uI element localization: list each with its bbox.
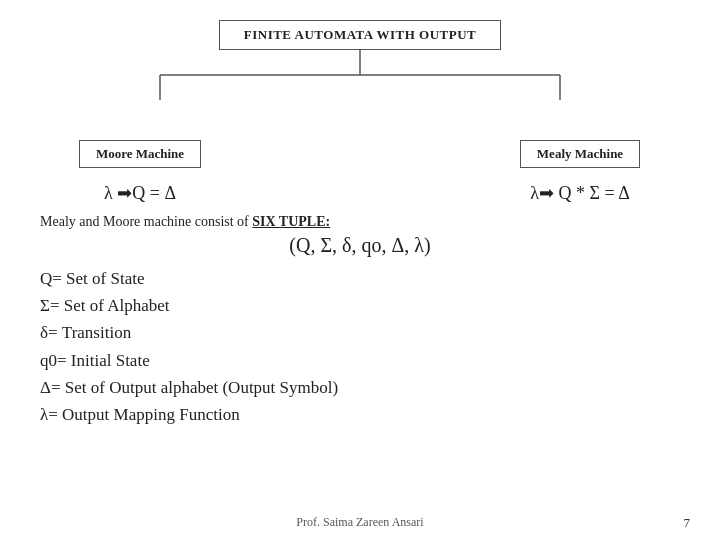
mealy-formula: λ➡ Q * Σ = Δ xyxy=(530,182,629,204)
top-box: FINITE AUTOMATA WITH OUTPUT xyxy=(219,20,502,50)
page: FINITE AUTOMATA WITH OUTPUT Moore Machin… xyxy=(0,0,720,540)
moore-formula: λ ➡Q = Δ xyxy=(104,182,176,204)
footer: Prof. Saima Zareen Ansari 7 xyxy=(0,515,720,530)
intro-underline: SIX TUPLE: xyxy=(252,214,330,229)
moore-branch: Moore Machine λ ➡Q = Δ xyxy=(60,140,220,204)
body-section: Mealy and Moore machine consist of SIX T… xyxy=(30,214,690,428)
intro-text: Mealy and Moore machine consist of xyxy=(40,214,249,229)
def-lambda: λ= Output Mapping Function xyxy=(40,401,680,428)
intro-line: Mealy and Moore machine consist of SIX T… xyxy=(40,214,680,230)
footer-author: Prof. Saima Zareen Ansari xyxy=(30,515,690,530)
definitions: Q= Set of State Σ= Set of Alphabet δ= Tr… xyxy=(40,265,680,428)
def-Delta: Δ= Set of Output alphabet (Output Symbol… xyxy=(40,374,680,401)
def-q: Q= Set of State xyxy=(40,265,680,292)
def-sigma: Σ= Set of Alphabet xyxy=(40,292,680,319)
connector-svg xyxy=(60,50,660,100)
footer-page: 7 xyxy=(684,515,691,531)
mealy-box: Mealy Machine xyxy=(520,140,640,168)
def-q0: q0= Initial State xyxy=(40,347,680,374)
moore-box: Moore Machine xyxy=(79,140,201,168)
connector-container xyxy=(60,50,660,100)
mealy-branch: Mealy Machine λ➡ Q * Σ = Δ xyxy=(500,140,660,204)
branches: Moore Machine λ ➡Q = Δ Mealy Machine λ➡ … xyxy=(60,140,660,204)
tuple-line: (Q, Σ, δ, qo, Δ, λ) xyxy=(40,234,680,257)
diagram: FINITE AUTOMATA WITH OUTPUT Moore Machin… xyxy=(30,20,690,204)
def-delta: δ= Transition xyxy=(40,319,680,346)
